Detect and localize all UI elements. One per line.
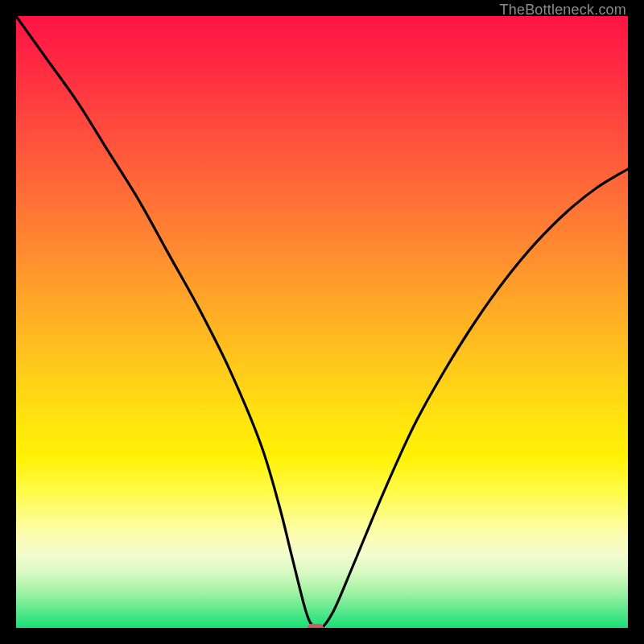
bottleneck-curve	[16, 16, 628, 628]
chart-frame: TheBottleneck.com	[0, 0, 644, 644]
optimal-point-marker	[308, 624, 324, 628]
plot-area	[16, 16, 628, 628]
watermark-text: TheBottleneck.com	[500, 2, 626, 19]
